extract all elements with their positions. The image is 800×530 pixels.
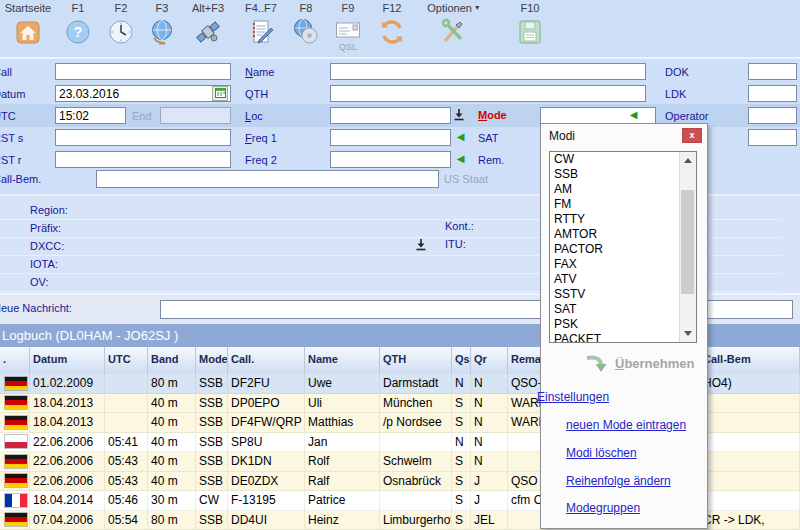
column-header-utc[interactable]: UTC (105, 347, 148, 374)
mode-option-amtor[interactable]: AMTOR (550, 227, 696, 242)
toolbar-button-f1[interactable]: F1? (56, 2, 100, 54)
chevron-down-icon: ▼ (472, 4, 481, 11)
cell-flag (0, 433, 30, 452)
mode-option-psk[interactable]: PSK (550, 317, 696, 332)
ldk-input[interactable] (748, 85, 797, 102)
cell-mode: SSB (196, 433, 228, 452)
column-header-datum[interactable]: Datum (30, 347, 105, 374)
toolbar-button-f10[interactable]: F10 (505, 2, 555, 54)
dok-input[interactable] (748, 63, 797, 80)
end-label: End (132, 110, 152, 122)
column-header-qr[interactable]: Qr (471, 347, 508, 374)
toolbar-button-label: Optionen (427, 2, 472, 14)
apply-button[interactable]: Übernehmen (541, 352, 707, 378)
toolbar-button-f9[interactable]: F9QSL (326, 2, 370, 54)
mode-option-cw[interactable]: CW (550, 152, 696, 167)
qth-label: QTH (245, 88, 268, 100)
toolbar-button-label: Startseite (5, 2, 51, 14)
scrollbar-thumb[interactable] (681, 190, 694, 294)
column-header-flag[interactable]: . (0, 347, 30, 374)
freq2-input[interactable] (330, 151, 451, 168)
mode-option-sstv[interactable]: SSTV (550, 287, 696, 302)
scroll-down-icon[interactable] (684, 331, 692, 336)
toolbar-button-label: F8 (300, 2, 313, 14)
ldk-label: LDK (665, 88, 686, 100)
toolbar-button-optionen[interactable]: Optionen ▼ (414, 2, 494, 54)
mode-option-fax[interactable]: FAX (550, 257, 696, 272)
cell-qth: Schwelm (380, 452, 452, 471)
toolbar-button-alt-f3[interactable]: Alt+F3 (182, 2, 234, 54)
toolbar-button-f2[interactable]: F2 (100, 2, 142, 54)
cell-band: 40 m (148, 394, 196, 413)
extra-right-input[interactable] (748, 129, 797, 146)
toolbar-button-f12[interactable]: F12 (370, 2, 414, 54)
cell-mode: SSB (196, 394, 228, 413)
column-header-mode[interactable]: Mode (196, 347, 228, 374)
toolbar-button-label: F9 (342, 2, 355, 14)
mode-option-pactor[interactable]: PACTOR (550, 242, 696, 257)
rst-r-input[interactable] (55, 151, 231, 168)
freq1-input[interactable] (330, 129, 451, 146)
mode-option-sat[interactable]: SAT (550, 302, 696, 317)
mode-option-am[interactable]: AM (550, 182, 696, 197)
modegroups-link[interactable]: Modegruppen (566, 501, 640, 515)
loc-dropdown-button[interactable] (453, 108, 467, 122)
column-header-band[interactable]: Band (148, 347, 196, 374)
toolbar: StartseiteF1?F2F3Alt+F3F4..F7F8F9QSLF12O… (0, 0, 800, 59)
cell-qth (380, 433, 452, 452)
call-input[interactable] (55, 63, 231, 80)
toolbar-button-label: F10 (521, 2, 540, 14)
column-header-call-[interactable]: Call. (228, 347, 305, 374)
region-row-label: IOTA: (30, 258, 58, 270)
toolbar-button-f3[interactable]: F3 (142, 2, 182, 54)
mode-listbox[interactable]: CWSSBAMFMRTTYAMTORPACTORFAXATVSSTVSATPSK… (549, 151, 697, 343)
rst-s-label: RST s (0, 132, 23, 144)
cell-datum: 22.06.2006 (30, 452, 105, 471)
reorder-link[interactable]: Reihenfolge ändern (566, 474, 671, 488)
calendar-button[interactable] (212, 86, 228, 101)
toolbar-button-f4-f7[interactable]: F4..F7 (236, 2, 286, 54)
new-mode-link[interactable]: neuen Mode eintragen (566, 418, 686, 432)
toolbar-button-startseite[interactable]: Startseite (0, 2, 56, 54)
column-header-name[interactable]: Name (305, 347, 380, 374)
refresh-icon (378, 18, 406, 46)
operator-input[interactable] (748, 107, 797, 124)
dok-label: DOK (665, 66, 689, 78)
loc-input[interactable] (330, 107, 451, 124)
settings-link[interactable]: Einstellungen (537, 390, 609, 404)
cell-utc: 05:43 (105, 472, 148, 491)
cell-qs: S (452, 452, 471, 471)
freq1-picker-button[interactable]: ◀ (453, 130, 468, 144)
scrollbar[interactable] (679, 152, 696, 342)
qth-input[interactable] (330, 85, 646, 102)
flag-de-icon (5, 513, 27, 526)
rst-s-input[interactable] (55, 129, 231, 146)
scroll-up-icon[interactable] (684, 158, 692, 163)
cell-call: DK1DN (228, 452, 305, 471)
mode-picker-button[interactable]: ◀ (626, 108, 641, 122)
dxcc-dropdown-button[interactable] (415, 238, 429, 252)
callbem-input[interactable] (96, 170, 439, 188)
cell-band: 40 m (148, 413, 196, 432)
freq2-picker-button[interactable]: ◀ (453, 152, 468, 166)
close-icon[interactable]: x (682, 128, 702, 143)
column-header-call-bem[interactable]: Call-Bem (700, 347, 800, 374)
column-header-qs[interactable]: Qs (452, 347, 471, 374)
callbem-label: Call-Bem. (0, 173, 41, 185)
cell-qs: S (452, 472, 471, 491)
column-header-qth[interactable]: QTH (380, 347, 452, 374)
toolbar-button-f8[interactable]: F8 (286, 2, 326, 54)
delete-modes-link[interactable]: Modi löschen (566, 446, 637, 460)
down-arrow-bar-icon (415, 238, 427, 251)
mode-option-rtty[interactable]: RTTY (550, 212, 696, 227)
modi-popup: Modi x CWSSBAMFMRTTYAMTORPACTORFAXATVSST… (540, 123, 708, 529)
mode-option-packet[interactable]: PACKET (550, 332, 696, 343)
mode-option-atv[interactable]: ATV (550, 272, 696, 287)
toolbar-button-label: F3 (156, 2, 169, 14)
utc-input[interactable] (55, 107, 126, 124)
mode-option-ssb[interactable]: SSB (550, 167, 696, 182)
datum-input[interactable] (55, 85, 231, 102)
mode-option-fm[interactable]: FM (550, 197, 696, 212)
name-input[interactable] (330, 63, 646, 80)
cell-qr: J (471, 491, 508, 510)
